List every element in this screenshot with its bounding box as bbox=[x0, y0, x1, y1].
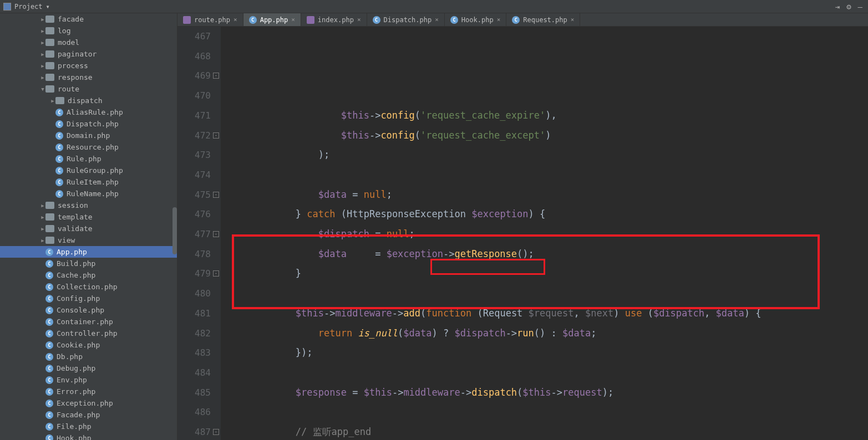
code-line[interactable]: $data = null; bbox=[227, 185, 868, 205]
editor-tab[interactable]: CRequest.php× bbox=[506, 13, 580, 26]
project-dropdown-label[interactable]: Project bbox=[14, 3, 43, 11]
tree-folder[interactable]: process bbox=[0, 60, 177, 71]
code-line[interactable]: return is_null($data) ? $dispatch->run()… bbox=[227, 324, 868, 344]
tree-file[interactable]: CDispatch.php bbox=[0, 118, 177, 130]
php-class-icon: C bbox=[45, 423, 53, 431]
close-icon[interactable]: × bbox=[497, 16, 501, 23]
tree-file[interactable]: CFile.php bbox=[0, 421, 177, 432]
dropdown-icon[interactable]: ▾ bbox=[46, 3, 50, 11]
close-icon[interactable]: × bbox=[435, 16, 439, 23]
code-line[interactable]: }); bbox=[227, 343, 868, 363]
editor-tab[interactable]: CHook.php× bbox=[445, 13, 506, 26]
code-line[interactable]: $data = $exception->getResponse(); bbox=[227, 244, 868, 264]
tree-file[interactable]: CApp.php bbox=[0, 246, 177, 258]
tree-folder[interactable]: paginator bbox=[0, 48, 177, 60]
code-line[interactable] bbox=[227, 165, 868, 185]
tree-folder[interactable]: dispatch bbox=[0, 95, 177, 106]
tree-folder[interactable]: validate bbox=[0, 223, 177, 234]
tree-file[interactable]: CConfig.php bbox=[0, 293, 177, 304]
fold-toggle-icon[interactable]: - bbox=[213, 73, 219, 79]
tree-file[interactable]: CDebug.php bbox=[0, 362, 177, 374]
tree-item-label: Exception.php bbox=[57, 399, 113, 407]
tree-folder[interactable]: session bbox=[0, 199, 177, 211]
tree-file[interactable]: CHook.php bbox=[0, 432, 177, 440]
code-line[interactable]: $response = $this->middleware->dispatch(… bbox=[227, 383, 868, 403]
tree-folder[interactable]: view bbox=[0, 234, 177, 246]
tree-file[interactable]: CCookie.php bbox=[0, 339, 177, 351]
tree-folder[interactable]: model bbox=[0, 37, 177, 48]
sidebar-scrollbar[interactable] bbox=[172, 207, 177, 254]
close-icon[interactable]: × bbox=[234, 16, 237, 23]
editor-tab[interactable]: CApp.php× bbox=[243, 13, 301, 26]
collapse-icon[interactable]: ⇥ bbox=[835, 2, 840, 11]
close-icon[interactable]: × bbox=[357, 16, 361, 23]
code-line[interactable]: // 监听app_end bbox=[227, 422, 868, 440]
code-line[interactable]: $this->config('request_cache_expire'), bbox=[227, 106, 868, 126]
expand-arrow-icon[interactable] bbox=[50, 98, 55, 104]
fold-toggle-icon[interactable]: - bbox=[213, 192, 219, 198]
expand-arrow-icon[interactable] bbox=[40, 40, 45, 45]
code-line[interactable]: $this->middleware->add(function (Request… bbox=[227, 304, 868, 324]
tree-file[interactable]: CRuleItem.php bbox=[0, 176, 177, 188]
code-line[interactable]: ); bbox=[227, 145, 868, 165]
fold-toggle-icon[interactable]: - bbox=[213, 429, 219, 435]
expand-arrow-icon[interactable] bbox=[40, 75, 45, 80]
php-class-icon: C bbox=[249, 16, 257, 24]
fold-toggle-icon[interactable]: - bbox=[213, 270, 219, 277]
tree-file[interactable]: CBuild.php bbox=[0, 258, 177, 269]
expand-arrow-icon[interactable] bbox=[40, 63, 45, 69]
close-icon[interactable]: × bbox=[571, 16, 575, 23]
code-line[interactable]: } catch (HttpResponseException $exceptio… bbox=[227, 204, 868, 224]
tree-folder[interactable]: response bbox=[0, 71, 177, 83]
tree-file[interactable]: CContainer.php bbox=[0, 316, 177, 328]
tree-file[interactable]: CAliasRule.php bbox=[0, 106, 177, 118]
expand-arrow-icon[interactable] bbox=[40, 28, 45, 34]
tree-file[interactable]: CEnv.php bbox=[0, 374, 177, 386]
code-line[interactable]: } bbox=[227, 264, 868, 284]
tree-folder[interactable]: facade bbox=[0, 13, 177, 25]
code-content[interactable]: $this->config('request_cache_expire'), $… bbox=[221, 27, 868, 440]
project-view-icon[interactable] bbox=[3, 3, 11, 11]
code-line[interactable] bbox=[227, 363, 868, 383]
expand-arrow-icon[interactable] bbox=[40, 214, 45, 220]
code-line[interactable] bbox=[227, 284, 868, 304]
tree-file[interactable]: CFacade.php bbox=[0, 409, 177, 421]
tree-file[interactable]: CRuleName.php bbox=[0, 188, 177, 199]
close-icon[interactable]: × bbox=[291, 16, 295, 23]
tree-file[interactable]: CDb.php bbox=[0, 351, 177, 362]
tree-file[interactable]: CError.php bbox=[0, 386, 177, 397]
expand-arrow-icon[interactable] bbox=[40, 203, 45, 208]
tree-file[interactable]: CException.php bbox=[0, 397, 177, 409]
tree-file[interactable]: CRuleGroup.php bbox=[0, 165, 177, 176]
tree-folder[interactable]: route bbox=[0, 83, 177, 95]
code-editor[interactable]: ------ 467468469470471472473474475476477… bbox=[177, 27, 868, 440]
tree-file[interactable]: CConsole.php bbox=[0, 304, 177, 316]
fold-toggle-icon[interactable]: - bbox=[213, 132, 219, 139]
tree-file[interactable]: CDomain.php bbox=[0, 130, 177, 141]
code-line[interactable]: $this->config('request_cache_except') bbox=[227, 126, 868, 146]
tree-file[interactable]: CRule.php bbox=[0, 153, 177, 165]
expand-arrow-icon[interactable] bbox=[40, 238, 45, 243]
project-sidebar[interactable]: facadelogmodelpaginatorprocessresponsero… bbox=[0, 13, 177, 440]
expand-arrow-icon[interactable] bbox=[40, 226, 45, 232]
tab-label: index.php bbox=[318, 16, 354, 24]
editor-tab[interactable]: route.php× bbox=[177, 13, 243, 26]
expand-arrow-icon[interactable] bbox=[40, 17, 45, 22]
fold-toggle-icon[interactable]: - bbox=[213, 231, 219, 237]
tree-item-label: Container.php bbox=[57, 318, 113, 326]
minimize-icon[interactable]: — bbox=[858, 2, 862, 11]
line-number: 476 bbox=[177, 204, 211, 224]
tree-file[interactable]: CCache.php bbox=[0, 269, 177, 281]
tree-folder[interactable]: log bbox=[0, 25, 177, 37]
code-line[interactable]: $dispatch = null; bbox=[227, 224, 868, 244]
expand-arrow-icon[interactable] bbox=[40, 86, 45, 92]
editor-tab[interactable]: CDispatch.php× bbox=[367, 13, 445, 26]
editor-tab[interactable]: index.php× bbox=[301, 13, 367, 26]
tree-file[interactable]: CResource.php bbox=[0, 141, 177, 153]
code-line[interactable] bbox=[227, 402, 868, 422]
tree-folder[interactable]: template bbox=[0, 211, 177, 223]
gear-icon[interactable]: ⚙ bbox=[846, 2, 851, 11]
tree-file[interactable]: CController.php bbox=[0, 328, 177, 339]
expand-arrow-icon[interactable] bbox=[40, 52, 45, 57]
tree-file[interactable]: CCollection.php bbox=[0, 281, 177, 293]
